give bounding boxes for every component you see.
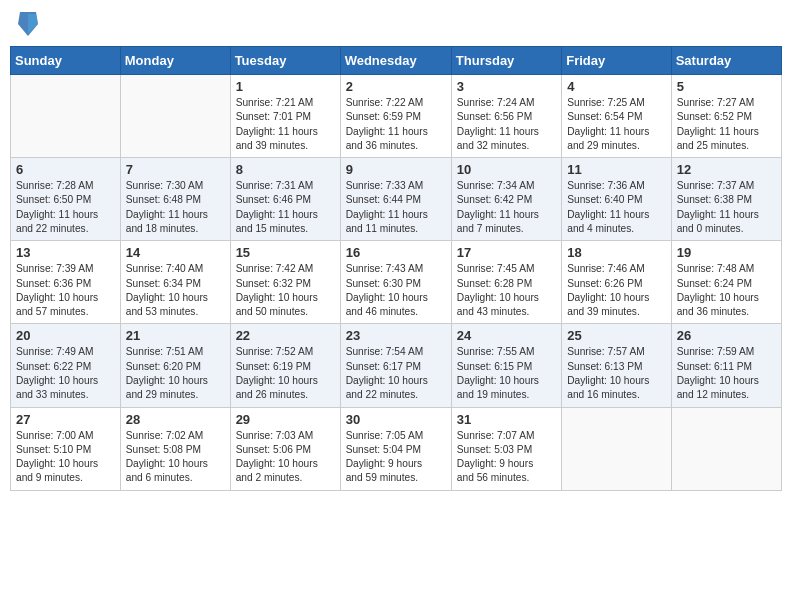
- calendar-week-row: 1Sunrise: 7:21 AM Sunset: 7:01 PM Daylig…: [11, 75, 782, 158]
- calendar-cell: 2Sunrise: 7:22 AM Sunset: 6:59 PM Daylig…: [340, 75, 451, 158]
- calendar-cell: 3Sunrise: 7:24 AM Sunset: 6:56 PM Daylig…: [451, 75, 561, 158]
- calendar-cell: 1Sunrise: 7:21 AM Sunset: 7:01 PM Daylig…: [230, 75, 340, 158]
- cell-content: Sunrise: 7:42 AM Sunset: 6:32 PM Dayligh…: [236, 262, 335, 319]
- calendar-week-row: 6Sunrise: 7:28 AM Sunset: 6:50 PM Daylig…: [11, 158, 782, 241]
- cell-content: Sunrise: 7:28 AM Sunset: 6:50 PM Dayligh…: [16, 179, 115, 236]
- calendar-cell: 14Sunrise: 7:40 AM Sunset: 6:34 PM Dayli…: [120, 241, 230, 324]
- calendar-week-row: 13Sunrise: 7:39 AM Sunset: 6:36 PM Dayli…: [11, 241, 782, 324]
- calendar-cell: 19Sunrise: 7:48 AM Sunset: 6:24 PM Dayli…: [671, 241, 781, 324]
- day-number: 4: [567, 79, 665, 94]
- day-number: 27: [16, 412, 115, 427]
- cell-content: Sunrise: 7:51 AM Sunset: 6:20 PM Dayligh…: [126, 345, 225, 402]
- cell-content: Sunrise: 7:33 AM Sunset: 6:44 PM Dayligh…: [346, 179, 446, 236]
- day-number: 17: [457, 245, 556, 260]
- calendar-cell: 4Sunrise: 7:25 AM Sunset: 6:54 PM Daylig…: [562, 75, 671, 158]
- cell-content: Sunrise: 7:59 AM Sunset: 6:11 PM Dayligh…: [677, 345, 776, 402]
- calendar-cell: 15Sunrise: 7:42 AM Sunset: 6:32 PM Dayli…: [230, 241, 340, 324]
- day-number: 1: [236, 79, 335, 94]
- calendar-cell: [120, 75, 230, 158]
- day-number: 30: [346, 412, 446, 427]
- calendar-cell: 20Sunrise: 7:49 AM Sunset: 6:22 PM Dayli…: [11, 324, 121, 407]
- day-number: 21: [126, 328, 225, 343]
- calendar-cell: 13Sunrise: 7:39 AM Sunset: 6:36 PM Dayli…: [11, 241, 121, 324]
- calendar-cell: 7Sunrise: 7:30 AM Sunset: 6:48 PM Daylig…: [120, 158, 230, 241]
- weekday-header-saturday: Saturday: [671, 47, 781, 75]
- day-number: 9: [346, 162, 446, 177]
- cell-content: Sunrise: 7:36 AM Sunset: 6:40 PM Dayligh…: [567, 179, 665, 236]
- calendar-cell: 12Sunrise: 7:37 AM Sunset: 6:38 PM Dayli…: [671, 158, 781, 241]
- cell-content: Sunrise: 7:40 AM Sunset: 6:34 PM Dayligh…: [126, 262, 225, 319]
- calendar-cell: 27Sunrise: 7:00 AM Sunset: 5:10 PM Dayli…: [11, 407, 121, 490]
- weekday-header-friday: Friday: [562, 47, 671, 75]
- cell-content: Sunrise: 7:22 AM Sunset: 6:59 PM Dayligh…: [346, 96, 446, 153]
- day-number: 24: [457, 328, 556, 343]
- weekday-header-monday: Monday: [120, 47, 230, 75]
- day-number: 20: [16, 328, 115, 343]
- cell-content: Sunrise: 7:49 AM Sunset: 6:22 PM Dayligh…: [16, 345, 115, 402]
- cell-content: Sunrise: 7:45 AM Sunset: 6:28 PM Dayligh…: [457, 262, 556, 319]
- calendar-cell: 9Sunrise: 7:33 AM Sunset: 6:44 PM Daylig…: [340, 158, 451, 241]
- day-number: 13: [16, 245, 115, 260]
- cell-content: Sunrise: 7:34 AM Sunset: 6:42 PM Dayligh…: [457, 179, 556, 236]
- calendar-cell: 30Sunrise: 7:05 AM Sunset: 5:04 PM Dayli…: [340, 407, 451, 490]
- calendar-cell: 31Sunrise: 7:07 AM Sunset: 5:03 PM Dayli…: [451, 407, 561, 490]
- day-number: 16: [346, 245, 446, 260]
- calendar-cell: [11, 75, 121, 158]
- cell-content: Sunrise: 7:55 AM Sunset: 6:15 PM Dayligh…: [457, 345, 556, 402]
- weekday-header-thursday: Thursday: [451, 47, 561, 75]
- calendar-cell: 17Sunrise: 7:45 AM Sunset: 6:28 PM Dayli…: [451, 241, 561, 324]
- cell-content: Sunrise: 7:25 AM Sunset: 6:54 PM Dayligh…: [567, 96, 665, 153]
- calendar-cell: 28Sunrise: 7:02 AM Sunset: 5:08 PM Dayli…: [120, 407, 230, 490]
- cell-content: Sunrise: 7:30 AM Sunset: 6:48 PM Dayligh…: [126, 179, 225, 236]
- cell-content: Sunrise: 7:24 AM Sunset: 6:56 PM Dayligh…: [457, 96, 556, 153]
- svg-marker-1: [28, 14, 38, 34]
- day-number: 23: [346, 328, 446, 343]
- calendar-week-row: 20Sunrise: 7:49 AM Sunset: 6:22 PM Dayli…: [11, 324, 782, 407]
- calendar-cell: 29Sunrise: 7:03 AM Sunset: 5:06 PM Dayli…: [230, 407, 340, 490]
- cell-content: Sunrise: 7:43 AM Sunset: 6:30 PM Dayligh…: [346, 262, 446, 319]
- cell-content: Sunrise: 7:52 AM Sunset: 6:19 PM Dayligh…: [236, 345, 335, 402]
- calendar-cell: 10Sunrise: 7:34 AM Sunset: 6:42 PM Dayli…: [451, 158, 561, 241]
- cell-content: Sunrise: 7:54 AM Sunset: 6:17 PM Dayligh…: [346, 345, 446, 402]
- calendar-cell: [562, 407, 671, 490]
- day-number: 2: [346, 79, 446, 94]
- day-number: 15: [236, 245, 335, 260]
- day-number: 14: [126, 245, 225, 260]
- cell-content: Sunrise: 7:39 AM Sunset: 6:36 PM Dayligh…: [16, 262, 115, 319]
- calendar-cell: 6Sunrise: 7:28 AM Sunset: 6:50 PM Daylig…: [11, 158, 121, 241]
- logo-icon: [16, 10, 40, 38]
- weekday-header-wednesday: Wednesday: [340, 47, 451, 75]
- logo: [14, 10, 40, 38]
- day-number: 7: [126, 162, 225, 177]
- day-number: 26: [677, 328, 776, 343]
- cell-content: Sunrise: 7:05 AM Sunset: 5:04 PM Dayligh…: [346, 429, 446, 486]
- cell-content: Sunrise: 7:00 AM Sunset: 5:10 PM Dayligh…: [16, 429, 115, 486]
- calendar-week-row: 27Sunrise: 7:00 AM Sunset: 5:10 PM Dayli…: [11, 407, 782, 490]
- weekday-header-sunday: Sunday: [11, 47, 121, 75]
- page-header: [10, 10, 782, 38]
- weekday-header-tuesday: Tuesday: [230, 47, 340, 75]
- calendar-cell: 21Sunrise: 7:51 AM Sunset: 6:20 PM Dayli…: [120, 324, 230, 407]
- day-number: 22: [236, 328, 335, 343]
- day-number: 19: [677, 245, 776, 260]
- cell-content: Sunrise: 7:03 AM Sunset: 5:06 PM Dayligh…: [236, 429, 335, 486]
- calendar-cell: 18Sunrise: 7:46 AM Sunset: 6:26 PM Dayli…: [562, 241, 671, 324]
- day-number: 5: [677, 79, 776, 94]
- calendar-cell: 23Sunrise: 7:54 AM Sunset: 6:17 PM Dayli…: [340, 324, 451, 407]
- cell-content: Sunrise: 7:46 AM Sunset: 6:26 PM Dayligh…: [567, 262, 665, 319]
- cell-content: Sunrise: 7:37 AM Sunset: 6:38 PM Dayligh…: [677, 179, 776, 236]
- calendar-cell: 11Sunrise: 7:36 AM Sunset: 6:40 PM Dayli…: [562, 158, 671, 241]
- day-number: 10: [457, 162, 556, 177]
- day-number: 29: [236, 412, 335, 427]
- day-number: 12: [677, 162, 776, 177]
- calendar-cell: [671, 407, 781, 490]
- day-number: 6: [16, 162, 115, 177]
- calendar-cell: 24Sunrise: 7:55 AM Sunset: 6:15 PM Dayli…: [451, 324, 561, 407]
- calendar-cell: 22Sunrise: 7:52 AM Sunset: 6:19 PM Dayli…: [230, 324, 340, 407]
- cell-content: Sunrise: 7:27 AM Sunset: 6:52 PM Dayligh…: [677, 96, 776, 153]
- day-number: 25: [567, 328, 665, 343]
- calendar-cell: 25Sunrise: 7:57 AM Sunset: 6:13 PM Dayli…: [562, 324, 671, 407]
- day-number: 28: [126, 412, 225, 427]
- day-number: 11: [567, 162, 665, 177]
- cell-content: Sunrise: 7:48 AM Sunset: 6:24 PM Dayligh…: [677, 262, 776, 319]
